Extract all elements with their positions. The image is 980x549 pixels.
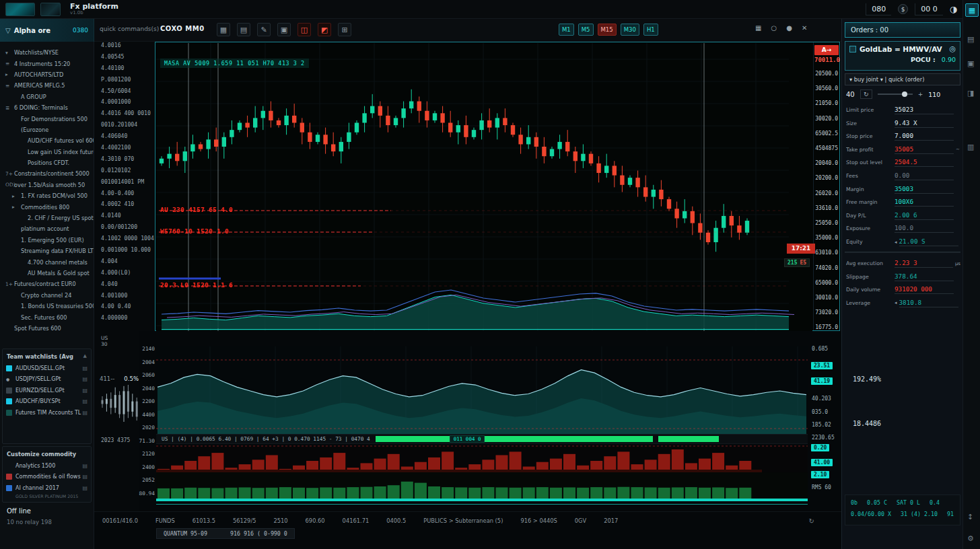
sidebar-item[interactable]: ▸1. FX rates DCM/vol 500 [0,190,94,201]
chart-symbol-tab[interactable]: COXO MM0 [160,25,205,32]
sidebar-item[interactable]: ≣6 DOING: Terminals [0,102,94,113]
watchlist-row[interactable]: Futures TIM Accounts TL▤ [3,407,91,418]
coin-icon[interactable]: $ [898,4,908,14]
indicator-panel[interactable]: 214020042060204022004400202071.302120240… [139,331,841,511]
sidebar-item[interactable]: 4.700 channel metals [0,256,94,267]
updown-icon[interactable]: ↕ [967,513,973,521]
order-field-value[interactable]: 35023 [895,106,954,114]
refresh-volume-icon[interactable]: ↻ [860,89,872,99]
row-arrow-icon[interactable]: ◂ [895,240,897,245]
order-panel-header[interactable]: Orders : 00 [845,22,960,38]
sidebar-item[interactable]: platinum account [0,223,94,234]
main-candlestick-chart[interactable]: MASA AV 5009 1.659 11 051 H70 413 3 2 AU… [155,42,840,331]
row-menu-icon[interactable]: ▤ [82,388,88,394]
sidebar-item[interactable]: 1. Emerging 500 (EUR) [0,235,94,246]
row-menu-icon[interactable]: ▤ [82,485,88,491]
logo-thumbnail-2[interactable] [40,3,61,16]
order-field-value[interactable]: 378.64 [895,272,954,281]
order-field-value[interactable]: 2.23 3 [895,259,953,268]
maximize-icon[interactable]: ● [786,24,792,32]
order-field-value[interactable]: 100X6 [895,198,954,207]
doc-icon[interactable]: ▣ [277,23,291,36]
list-icon[interactable]: ▤ [967,35,974,44]
order-field-value[interactable]: 2504.5 [895,158,954,167]
refresh-icon[interactable]: ↻ [809,517,814,525]
sidebar-item[interactable]: Sec. Futures 600 [0,312,94,322]
grid-icon[interactable]: ▦ [217,23,230,36]
logo-thumbnail-1[interactable] [5,3,35,16]
volume-plus-button[interactable]: + [918,91,923,98]
candlestick-plot[interactable] [156,43,812,331]
timeframe-button[interactable]: M5 [578,24,594,36]
collapse-caret-icon[interactable]: ▲ [83,353,87,360]
layout-icon[interactable]: ▤ [237,23,250,36]
sidebar-item[interactable]: Streaming data FX/HUB LTD [0,246,94,256]
sidebar-item[interactable]: Crypto channel 24 [0,290,94,301]
volume-qty[interactable]: 110 [928,91,940,98]
row-menu-icon[interactable]: ▤ [82,474,88,480]
timeframe-button[interactable]: M15 [598,24,617,36]
volume-plot[interactable] [156,472,808,499]
sidebar-item[interactable]: Positions CFDT. [0,157,94,168]
sidebar-item[interactable]: AUD/CHF futures vol 600 [0,135,94,146]
order-field-value[interactable]: 2.00 6 [895,211,954,220]
tile-icon[interactable]: ▦ [755,24,761,32]
sidebar-item[interactable]: AU Metals & Gold spot [0,268,94,279]
order-field-value[interactable]: 0.00 [895,172,954,180]
timeframe-button[interactable]: M30 [621,24,639,36]
sidebar-item[interactable]: ≡4 Instruments 15:20 [0,58,94,69]
oscillator-plot[interactable] [156,346,808,434]
filter-icon[interactable]: ▽ [5,27,11,34]
order-field-value[interactable]: 35003 [895,185,954,194]
order-field-value[interactable]: 21.00 S [899,237,958,246]
sidebar-item[interactable]: OD)over 1.5b/Asia smooth 50 [0,180,94,190]
sidebar-item[interactable]: 1+Futures/contract EUR0 [0,279,94,289]
pencil-icon[interactable]: ✎ [257,23,271,36]
window-icon[interactable]: ▣ [967,59,974,68]
order-field-value[interactable]: 35005 [895,145,954,154]
price-axis[interactable]: 20500.030560.021050.030020.065002.545048… [813,42,840,330]
symbol-info-icon[interactable]: ◎ [949,44,956,53]
alert-red-icon[interactable]: ◩ [318,23,331,36]
commodity-row[interactable]: Commodities & oil flows▤ [3,472,91,483]
sidebar-item[interactable]: 1. Bonds US treasuries 500 [0,301,94,312]
sidebar-item[interactable]: ▸AUTOCHARTS/LTD [0,69,94,80]
commodity-row[interactable]: AI channel 2017▤ [3,482,91,494]
sidebar-item[interactable]: Spot Futures 600 [0,323,94,334]
sidebar-item[interactable]: ≡AMERICAS MFLG.5 [0,80,94,91]
settings-gear-icon[interactable]: ⚙ [967,534,974,543]
watchlist-header[interactable]: ▽ Alpha ore 0380 [0,19,94,42]
sidebar-item[interactable]: 2. CHF / Energy US spot [0,213,94,223]
panel-toggle-icon[interactable]: ▦ [965,3,979,17]
slider-knob[interactable] [902,92,907,97]
momentum-plot[interactable] [156,445,808,472]
watchlist-row[interactable]: ●USDJPY/SELL.GPt▤ [3,374,91,386]
minimize-icon[interactable]: ○ [771,24,777,32]
sidebar-item[interactable]: A GROUP [0,92,94,102]
watchlist-row[interactable]: EURNZD/SELL.GPt▤ [3,385,91,396]
order-field-value[interactable]: 3810.8 [899,299,958,307]
row-arrow-icon[interactable]: ◂ [895,300,897,305]
split-icon[interactable]: ◨ [967,89,974,98]
timeframe-button[interactable]: H1 [643,24,658,36]
sidebar-item[interactable]: (Eurozone [0,124,94,135]
order-field-value[interactable]: 9.43 X [895,119,954,128]
watchlist-row[interactable]: AUDCHF/BUY.SPt▤ [3,396,91,408]
row-menu-icon[interactable]: ▤ [82,398,88,404]
donut-chart-icon[interactable]: ◑ [950,4,957,14]
columns-icon[interactable]: ▥ [967,143,974,151]
sidebar-item[interactable]: 7+Constraints/continent 5000 [0,168,94,179]
close-icon[interactable]: ✕ [802,24,807,32]
row-menu-icon[interactable]: ▤ [82,365,88,371]
order-field-value[interactable]: 931020 000 [895,285,954,294]
sidebar-item[interactable]: Low gain US index futures [0,147,94,157]
sidebar-item[interactable]: ▸Commodities 800 [0,201,94,212]
watchlist-row[interactable]: AUDUSD/SELL.GPt▤ [3,363,91,374]
row-menu-icon[interactable]: ▤ [82,463,88,469]
order-field-value[interactable]: 7.000 [895,132,954,141]
volume-value[interactable]: 40 [846,91,855,98]
plus-icon[interactable]: ⊞ [338,23,351,36]
row-menu-icon[interactable]: ▤ [82,410,88,416]
sidebar-item[interactable]: ▾Watchlists/NYSE [0,47,94,58]
order-field-value[interactable]: 100.0 [895,224,954,233]
